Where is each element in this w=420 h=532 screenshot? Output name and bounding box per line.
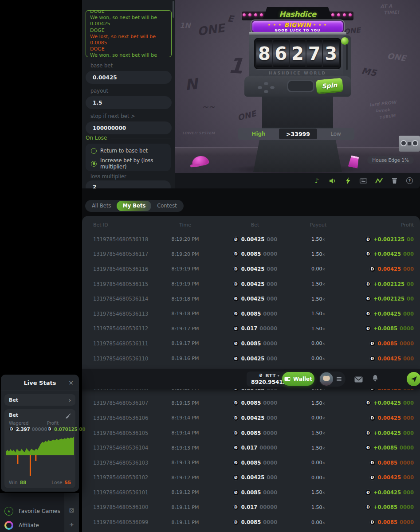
help-icon[interactable]: ? xyxy=(406,177,413,184)
text-input[interactable]: 1.5 xyxy=(86,96,172,109)
bet-amount: Ð0.01700000 xyxy=(213,504,297,510)
plane-icon[interactable]: ✈ xyxy=(69,522,74,528)
doge-coin-icon: Ð xyxy=(233,474,239,481)
page: DOGEWe won, so next bet will be 0.00425D… xyxy=(0,0,420,532)
bet-profit: Ð+0.00425000 xyxy=(339,311,420,317)
keyboard-icon[interactable] xyxy=(360,177,367,184)
bet-amount: Ð0.00425000 xyxy=(213,415,297,421)
wallet-button[interactable]: Wallet xyxy=(282,372,314,386)
bet-profit: Ð0.00425000 xyxy=(339,415,420,421)
bet-amount: Ð0.01700000 xyxy=(213,325,297,332)
bet-amount: Ð0.00425000 xyxy=(213,296,297,302)
bet-profit: Ð0.00425000 xyxy=(339,474,420,481)
low-button[interactable]: Low xyxy=(317,128,354,140)
lose-stat: Lose55 xyxy=(51,480,71,485)
table-row[interactable]: 13197854680536105 8:19:14 PM Ð0.00850000… xyxy=(82,426,420,441)
chat-button[interactable] xyxy=(407,372,420,386)
turbo-bolt-icon[interactable] xyxy=(344,177,352,184)
table-row[interactable]: 13197854680536110 8:19:16 PM Ð0.00425000… xyxy=(82,351,420,366)
text-input[interactable]: 0.00425 xyxy=(86,71,172,84)
machine-brand-label: HASHDICE WORLD xyxy=(253,71,342,75)
bet-amount: Ð0.00850000 xyxy=(213,311,297,317)
avatar[interactable] xyxy=(320,372,333,386)
currency-code: BTT xyxy=(265,373,276,379)
table-row[interactable]: 13197854680536102 8:19:12 PM Ð0.00425000… xyxy=(82,470,420,485)
table-row[interactable]: 13197854680536118 8:19:20 PM Ð0.00425000… xyxy=(82,232,420,247)
table-row[interactable]: 13197854680536117 8:19:20 PM Ð0.00850000… xyxy=(82,247,420,262)
bet-payout: 1.50× xyxy=(297,489,339,495)
bet-amount: Ð0.00850000 xyxy=(213,340,297,347)
tab[interactable]: Contest xyxy=(151,201,182,211)
doge-coin-icon: Ð xyxy=(365,400,371,406)
table-row[interactable]: 13197854680536101 8:19:12 PM Ð0.00850000… xyxy=(82,485,420,500)
chevron-right-icon: › xyxy=(69,397,71,403)
sidebar-item-favorite-games[interactable]: ★ Favorite Games xyxy=(4,505,60,517)
radio-option[interactable]: Increase bet by (loss multiplier) xyxy=(91,157,165,170)
spin-button[interactable]: Spin xyxy=(316,78,344,94)
reset-stats-icon[interactable] xyxy=(65,412,71,421)
doge-coin-icon: Ð xyxy=(365,445,371,451)
graffiti-text: ONE xyxy=(196,21,225,38)
table-row[interactable]: 13197854680536115 8:19:19 PM Ð0.00425000… xyxy=(82,277,420,292)
table-row[interactable]: 13197854680536106 8:19:14 PM Ð0.00425000… xyxy=(82,411,420,426)
house-edge-badge[interactable]: House Edge 1% xyxy=(367,156,414,164)
table-row[interactable]: 13197854680536112 8:19:17 PM Ð0.01700000… xyxy=(82,321,420,336)
table-row[interactable]: 13197854680536104 8:19:13 PM Ð0.01700000… xyxy=(82,440,420,455)
stats-mode-selector[interactable]: Bet › xyxy=(4,394,75,406)
table-row[interactable]: 13197854680536099 8:19:11 PM Ð0.00850000… xyxy=(82,515,420,530)
bet-amount: Ð0.00425000 xyxy=(213,236,297,243)
bet-amount: Ð0.00850000 xyxy=(213,251,297,257)
menu-icon[interactable] xyxy=(337,377,341,381)
doge-coin-icon: Ð xyxy=(233,266,239,272)
bet-time: 8:19:20 PM xyxy=(157,236,213,242)
sound-icon[interactable] xyxy=(329,177,336,184)
radio-icon xyxy=(91,148,97,154)
bet-payout: 1.50× xyxy=(297,326,339,332)
target-display[interactable]: >33999 xyxy=(279,129,317,139)
table-row[interactable]: 13197854680536100 8:19:11 PM Ð0.01700000… xyxy=(82,500,420,515)
radio-option[interactable]: Return to base bet xyxy=(91,148,165,154)
stars-left: ★ ★ ★ xyxy=(268,23,282,27)
selector-label: Bet xyxy=(9,397,18,403)
trends-icon[interactable] xyxy=(375,177,383,184)
bell-icon[interactable] xyxy=(372,375,379,384)
high-button[interactable]: High xyxy=(238,128,279,140)
table-row[interactable]: 13197854680536103 8:19:13 PM Ð0.00850000… xyxy=(82,455,420,470)
table-row[interactable]: 13197854680536111 8:19:17 PM Ð0.00850000… xyxy=(82,336,420,351)
table-row[interactable]: 13197854680536113 8:19:18 PM Ð0.00850000… xyxy=(82,306,420,321)
tab[interactable]: All Bets xyxy=(86,201,117,211)
lever-ball[interactable] xyxy=(341,37,349,45)
sidebar-bottom: ⚄ ✈ ★ Favorite Games Affiliate xyxy=(0,493,79,532)
bet-payout: 0.00× xyxy=(297,460,339,466)
text-input[interactable]: 100000000 xyxy=(86,121,172,134)
marquee-dots-right xyxy=(331,13,352,16)
bet-profit: Ð0.00850000 xyxy=(339,340,420,347)
graffiti-text: TUBUM xyxy=(379,113,396,120)
bets-tabs: All BetsMy BetsContest xyxy=(85,200,184,212)
scrollbar[interactable] xyxy=(173,1,174,18)
bet-id: 13197854680536115 xyxy=(82,281,157,287)
marquee-dot xyxy=(349,13,352,16)
table-row[interactable]: 13197854680536116 8:19:19 PM Ð0.00425000… xyxy=(82,262,420,277)
trash-icon[interactable] xyxy=(391,177,398,184)
game-panel: DOGEWe won, so next bet will be 0.00425D… xyxy=(82,0,420,188)
bet-payout: 1.50× xyxy=(297,296,339,302)
table-row[interactable]: 13197854680536107 8:19:15 PM Ð0.00850000… xyxy=(82,396,420,411)
on-lose-section: On Lose xyxy=(86,135,171,141)
dice-icon[interactable]: ⚄ xyxy=(69,507,74,514)
sidebar-item-affiliate[interactable]: Affiliate xyxy=(4,520,39,531)
doge-coin-icon: Ð xyxy=(365,296,371,302)
tab[interactable]: My Bets xyxy=(117,201,151,211)
bet-payout: 1.50× xyxy=(297,505,339,510)
doge-coin-icon: Ð xyxy=(365,251,371,257)
table-row[interactable]: 13197854680536114 8:19:18 PM Ð0.00425000… xyxy=(82,291,420,306)
loss-multiplier-input[interactable]: 2 xyxy=(86,180,171,188)
win-stat: Win88 xyxy=(9,480,26,485)
mail-icon[interactable] xyxy=(354,376,363,384)
close-icon[interactable]: × xyxy=(68,379,74,386)
doge-coin-icon: Ð xyxy=(233,445,239,451)
profile-block[interactable] xyxy=(319,372,345,387)
music-icon[interactable]: ♪ xyxy=(313,177,321,184)
bet-id: 13197854680536100 xyxy=(82,504,157,510)
bet-amount: Ð0.00850000 xyxy=(213,489,297,496)
